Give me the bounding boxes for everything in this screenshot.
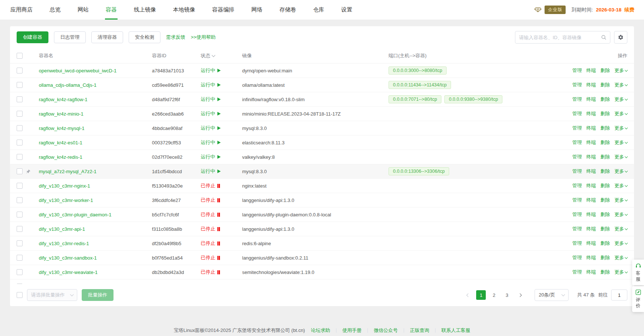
security-check-button[interactable]: 安全检测 [129, 31, 160, 43]
page-button[interactable]: 1 [476, 290, 486, 300]
more-link[interactable]: 更多 [614, 125, 627, 131]
delete-link[interactable]: 删除 [600, 197, 610, 203]
container-name-link[interactable]: dify_v130_c3mr-worker-1 [39, 198, 152, 203]
table-settings-button[interactable] [614, 31, 627, 44]
container-name-link[interactable]: ragflow_kr4z-redis-1 [39, 154, 152, 160]
nav-item[interactable]: 应用商店 [10, 0, 33, 20]
play-icon[interactable] [217, 155, 221, 159]
nav-item[interactable]: 设置 [340, 0, 353, 20]
manage-link[interactable]: 管理 [572, 269, 582, 275]
prev-page-button[interactable] [463, 290, 473, 300]
more-link[interactable]: 更多 [614, 182, 627, 189]
footer-link[interactable]: 论坛求助 [311, 327, 330, 334]
select-all-checkbox[interactable] [17, 53, 23, 59]
container-name-link[interactable]: mysql_a7z2-mysql_A7z2-1 [39, 169, 152, 174]
container-name-link[interactable]: dify_v130_c3mr-api-1 [39, 226, 152, 232]
footer-link[interactable]: 正版查询 [410, 327, 429, 334]
row-checkbox[interactable] [17, 183, 23, 189]
manage-link[interactable]: 管理 [572, 197, 582, 203]
delete-link[interactable]: 删除 [600, 154, 610, 160]
manage-link[interactable]: 管理 [572, 139, 582, 146]
terminal-link[interactable]: 终端 [586, 269, 596, 275]
batch-operation-select[interactable]: 请选择批量操作 [27, 289, 77, 301]
row-checkbox[interactable] [17, 212, 23, 217]
search-icon[interactable] [597, 31, 610, 43]
renew-link[interactable]: 续费 [624, 7, 634, 13]
manage-link[interactable]: 管理 [572, 211, 582, 218]
terminal-link[interactable]: 终端 [586, 211, 596, 218]
nav-item[interactable]: 总览 [49, 0, 61, 20]
pause-icon[interactable] [217, 227, 220, 231]
terminal-link[interactable]: 终端 [586, 197, 596, 203]
manage-link[interactable]: 管理 [572, 254, 582, 261]
header-status-filter[interactable]: 状态 [201, 52, 215, 59]
play-icon[interactable] [217, 126, 221, 130]
manage-link[interactable]: 管理 [572, 226, 582, 232]
pause-icon[interactable] [217, 184, 220, 188]
nav-item[interactable]: 仓库 [312, 0, 325, 20]
pause-icon[interactable] [217, 256, 220, 260]
delete-link[interactable]: 删除 [600, 96, 610, 103]
more-link[interactable]: 更多 [614, 110, 627, 117]
page-button[interactable]: 3 [502, 290, 512, 300]
delete-link[interactable]: 删除 [600, 226, 610, 232]
container-name-link[interactable]: ragflow_kr4z-mysql-1 [39, 126, 152, 131]
goto-page-input[interactable] [611, 289, 627, 301]
container-name-link[interactable]: dify_v130_c3mr-nginx-1 [39, 183, 152, 189]
container-name-link[interactable]: dify_v130_c3mr-redis-1 [39, 241, 152, 246]
terminal-link[interactable]: 终端 [586, 139, 596, 146]
play-icon[interactable] [217, 97, 221, 101]
nav-item[interactable]: 存储卷 [279, 0, 297, 20]
page-size-select[interactable]: 20条/页 [535, 289, 569, 301]
terminal-link[interactable]: 终端 [586, 110, 596, 117]
delete-link[interactable]: 删除 [600, 182, 610, 189]
footer-link[interactable]: 使用手册 [342, 327, 362, 334]
pause-icon[interactable] [217, 241, 220, 246]
terminal-link[interactable]: 终端 [586, 182, 596, 189]
row-checkbox[interactable] [17, 68, 23, 73]
row-checkbox[interactable] [17, 226, 23, 232]
nav-item[interactable]: 本地镜像 [172, 0, 196, 20]
manage-link[interactable]: 管理 [572, 154, 582, 160]
play-icon[interactable] [217, 69, 221, 72]
row-checkbox[interactable] [17, 255, 23, 261]
delete-link[interactable]: 删除 [600, 254, 610, 261]
terminal-link[interactable]: 终端 [586, 67, 596, 74]
search-input[interactable] [515, 35, 597, 40]
footer-link[interactable]: 联系人工客服 [441, 327, 470, 334]
nav-item[interactable]: 网站 [77, 0, 89, 20]
play-icon[interactable] [217, 169, 221, 173]
delete-link[interactable]: 删除 [600, 240, 610, 247]
more-link[interactable]: 更多 [614, 226, 627, 232]
batch-select-all-checkbox[interactable] [17, 292, 23, 298]
more-link[interactable]: 更多 [614, 168, 627, 175]
container-name-link[interactable]: ragflow_kr4z-minio-1 [39, 111, 152, 117]
help-link[interactable]: >>使用帮助 [191, 34, 216, 41]
row-checkbox[interactable] [17, 269, 23, 275]
page-button[interactable]: 2 [489, 290, 499, 300]
more-link[interactable]: 更多 [614, 96, 627, 103]
container-name-link[interactable]: ollama_cdjs-ollama_Cdjs-1 [39, 82, 152, 88]
footer-link[interactable]: 微信公众号 [374, 327, 398, 334]
play-icon[interactable] [217, 83, 221, 87]
more-link[interactable]: 更多 [614, 197, 627, 203]
row-checkbox[interactable] [17, 240, 23, 246]
terminal-link[interactable]: 终端 [586, 82, 596, 88]
delete-link[interactable]: 删除 [600, 211, 610, 218]
row-checkbox[interactable] [17, 82, 23, 88]
nav-item[interactable]: 线上镜像 [133, 0, 157, 20]
review-widget[interactable]: 评价 [632, 286, 644, 312]
terminal-link[interactable]: 终端 [586, 254, 596, 261]
terminal-link[interactable]: 终端 [586, 125, 596, 131]
pause-icon[interactable] [217, 198, 220, 202]
more-link[interactable]: 更多 [614, 139, 627, 146]
manage-link[interactable]: 管理 [572, 96, 582, 103]
container-name-link[interactable]: dify_v130_c3mr-weaviate-1 [39, 270, 152, 275]
more-link[interactable]: 更多 [614, 254, 627, 261]
row-checkbox[interactable] [17, 111, 23, 117]
terminal-link[interactable]: 终端 [586, 240, 596, 247]
container-name-link[interactable]: dify_v130_c3mr-plugin_daemon-1 [39, 212, 152, 217]
play-icon[interactable] [217, 112, 221, 116]
more-link[interactable]: 更多 [614, 211, 627, 218]
customer-service-widget[interactable]: 客服 [632, 260, 644, 285]
